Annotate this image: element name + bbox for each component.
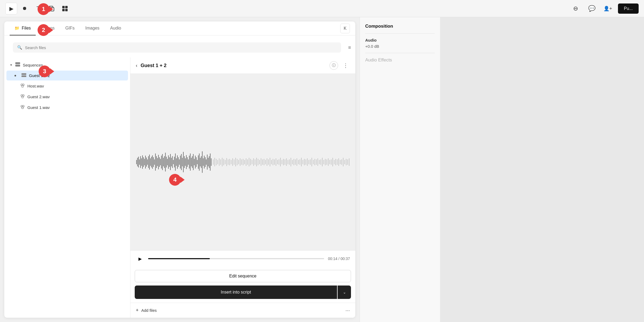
svg-rect-96 <box>219 158 219 166</box>
svg-rect-43 <box>163 158 164 166</box>
svg-rect-164 <box>321 159 321 165</box>
file-content: ▼ Sequences <box>4 57 355 318</box>
svg-rect-115 <box>247 159 248 165</box>
svg-rect-172 <box>332 158 333 166</box>
svg-rect-79 <box>199 153 200 171</box>
filter-btn[interactable]: ≡ <box>348 45 351 50</box>
svg-rect-78 <box>198 155 199 169</box>
more-options-btn[interactable]: ··· <box>345 307 350 313</box>
svg-rect-124 <box>261 158 261 166</box>
svg-rect-77 <box>197 160 197 164</box>
add-files-label: Add files <box>141 308 157 313</box>
svg-rect-36 <box>156 156 157 168</box>
svg-rect-117 <box>250 159 251 165</box>
svg-rect-149 <box>298 160 299 164</box>
svg-rect-163 <box>319 160 320 164</box>
zoom-out-btn[interactable]: ⊖ <box>570 3 581 14</box>
svg-rect-52 <box>172 156 173 168</box>
insert-row: Insert into script ⌄ <box>130 286 355 303</box>
divider-1 <box>365 33 435 34</box>
search-icon: 🔍 <box>17 45 22 50</box>
svg-rect-59 <box>179 159 180 165</box>
svg-rect-32 <box>152 155 153 169</box>
search-input[interactable] <box>25 45 337 50</box>
svg-rect-147 <box>295 159 296 165</box>
svg-rect-157 <box>310 159 311 165</box>
preview-back-btn[interactable]: ‹ <box>136 63 137 68</box>
svg-rect-181 <box>346 159 346 165</box>
file-card: 📁 Files Videos GIFs Images Audio K <box>4 21 355 318</box>
svg-rect-33 <box>153 157 154 167</box>
svg-rect-95 <box>217 160 218 164</box>
svg-rect-156 <box>309 160 309 164</box>
section-arrow-icon: ▼ <box>10 63 13 67</box>
toolbar-right: ⊖ 💬 👤+ Pu... <box>570 3 639 14</box>
insert-into-script-button[interactable]: Insert into script <box>135 286 337 299</box>
play-button[interactable]: ▶ <box>136 254 144 263</box>
svg-rect-31 <box>151 157 152 167</box>
insert-dropdown-icon: ⌄ <box>343 290 346 294</box>
add-user-btn[interactable]: 👤+ <box>602 3 614 14</box>
toolbar-left: ▶ ⏺ T <box>5 3 568 14</box>
add-files-btn[interactable]: + Add files <box>136 308 157 313</box>
step-badge-2: 2 <box>38 24 49 36</box>
tab-images[interactable]: Images <box>80 21 104 35</box>
svg-rect-7 <box>15 65 20 67</box>
file-item-guest12[interactable]: Guest 1 + 2 <box>6 71 128 80</box>
preview-more-btn[interactable]: ⋮ <box>341 61 350 70</box>
svg-rect-38 <box>158 155 159 169</box>
file-item-guest1[interactable]: Guest 1.wav <box>6 102 128 113</box>
svg-rect-100 <box>225 160 225 164</box>
svg-rect-178 <box>341 159 342 165</box>
svg-rect-112 <box>243 159 243 165</box>
svg-rect-111 <box>241 159 242 165</box>
comment-btn[interactable]: 💬 <box>586 3 598 14</box>
svg-rect-167 <box>325 159 325 165</box>
svg-rect-131 <box>271 160 272 164</box>
svg-rect-68 <box>188 159 189 165</box>
svg-rect-133 <box>274 159 275 165</box>
audio-icon-guest1 <box>20 105 25 110</box>
svg-rect-176 <box>338 158 339 166</box>
right-panel: Composition Audio +0.0 dB Audio Effects <box>360 17 440 322</box>
svg-rect-69 <box>189 156 190 169</box>
svg-rect-74 <box>194 159 195 165</box>
svg-rect-175 <box>337 159 338 165</box>
sequences-section-header[interactable]: ▼ Sequences <box>4 60 130 70</box>
svg-rect-37 <box>157 158 158 166</box>
tab-gifs[interactable]: GIFs <box>60 21 79 35</box>
file-name-guest2: Guest 2.wav <box>27 94 50 99</box>
svg-rect-65 <box>185 158 186 166</box>
svg-rect-87 <box>207 155 207 170</box>
svg-rect-25 <box>145 156 146 169</box>
svg-rect-128 <box>267 158 267 166</box>
file-item-host[interactable]: Host.wav <box>6 81 128 91</box>
sequence-icon <box>21 73 26 78</box>
svg-rect-141 <box>286 158 287 166</box>
svg-rect-105 <box>232 158 233 166</box>
file-item-guest2[interactable]: Guest 2.wav <box>6 92 128 102</box>
svg-rect-99 <box>224 159 224 165</box>
search-bar[interactable]: 🔍 <box>13 42 341 53</box>
step-badge-1: 1 <box>38 3 49 15</box>
svg-rect-4 <box>62 9 65 11</box>
tab-files[interactable]: 📁 Files <box>10 21 36 35</box>
edit-sequence-button[interactable]: Edit sequence <box>135 270 351 282</box>
svg-rect-146 <box>294 159 294 165</box>
publish-button[interactable]: Pu... <box>618 3 639 14</box>
collapse-panel-btn[interactable]: K <box>340 24 350 33</box>
svg-rect-6 <box>15 62 20 64</box>
media-icon-btn[interactable]: ▶ <box>5 3 17 14</box>
record-icon-btn[interactable]: ⏺ <box>19 3 31 14</box>
grid-icon-btn[interactable] <box>59 3 71 14</box>
tab-audio[interactable]: Audio <box>105 21 126 35</box>
progress-track[interactable] <box>148 258 324 259</box>
svg-rect-177 <box>340 160 341 164</box>
insert-dropdown-button[interactable]: ⌄ <box>338 286 351 299</box>
svg-rect-171 <box>331 159 331 165</box>
preview-info-btn[interactable]: ⓘ <box>330 61 338 70</box>
svg-rect-135 <box>277 160 278 164</box>
svg-rect-139 <box>283 159 284 165</box>
svg-rect-101 <box>226 158 227 166</box>
audio-effects-title: Audio Effects <box>365 57 435 63</box>
